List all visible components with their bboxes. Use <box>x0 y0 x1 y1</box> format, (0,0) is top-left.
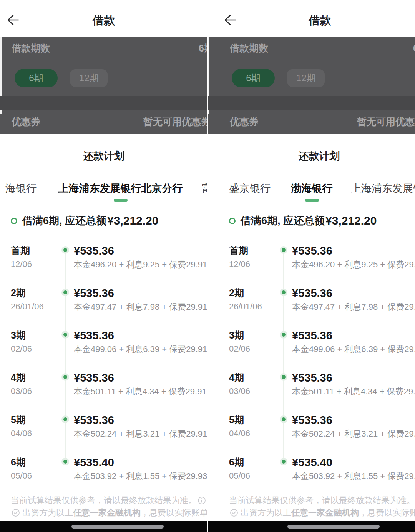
installment-amount: ¥535.36 <box>74 245 208 257</box>
app-bar: 借款 <box>0 0 208 37</box>
disclaimer-line-1: 当前试算结果仅供参考，请以最终放款结果为准。 <box>229 494 415 507</box>
disclaimer-text-2: 出资方为以上 <box>241 507 291 519</box>
bank-tab[interactable]: 盛京银行 <box>229 182 271 202</box>
term-label: 首期 <box>11 245 58 256</box>
timeline-cell <box>58 329 74 354</box>
loan-periods-value: 6期 <box>199 42 208 55</box>
info-circle-icon[interactable] <box>198 496 206 505</box>
loan-periods-label: 借款期数 <box>230 42 268 55</box>
installment-amount: ¥535.36 <box>74 287 208 299</box>
schedule-row: 3期 02/06 ¥535.36 本金499.06 + 利息6.39 + 保费2… <box>229 329 415 354</box>
term-label: 首期 <box>229 245 276 256</box>
schedule-amount-cell: ¥535.40 本金503.92 + 利息1.55 + 保费29.93 <box>292 456 415 481</box>
loan-periods-row: 借款期数 6期 <box>0 42 208 54</box>
schedule-row: 4期 03/06 ¥535.36 本金501.11 + 利息4.34 + 保费2… <box>11 372 208 397</box>
installment-amount: ¥535.40 <box>292 456 415 469</box>
schedule-row: 5期 04/06 ¥535.36 本金502.24 + 利息3.21 + 保费2… <box>11 414 208 439</box>
home-indicator[interactable] <box>287 525 380 529</box>
term-label: 4期 <box>229 372 276 383</box>
installment-breakdown: 本金496.20 + 利息9.25 + 保费29.91 <box>74 260 208 270</box>
installment-breakdown: 本金499.06 + 利息6.39 + 保费29.91 <box>74 344 208 354</box>
summary-amount: ¥3,212.20 <box>325 214 377 227</box>
due-date: 26/01/06 <box>11 302 58 312</box>
bank-tab-selected[interactable]: 渤海银行 <box>291 182 333 202</box>
installment-breakdown: 本金502.24 + 利息3.21 + 保费29.91 <box>74 429 208 439</box>
bank-tabs: 盛京银行 渤海银行 上海浦东发展银 <box>208 182 415 204</box>
schedule-term-cell: 首期 12/06 <box>229 245 276 269</box>
bank-tab[interactable]: 富 <box>202 182 208 202</box>
installment-breakdown: 本金503.92 + 利息1.55 + 保费29.93 <box>74 471 208 481</box>
card-gap <box>208 96 415 110</box>
loan-periods-label: 借款期数 <box>12 42 50 55</box>
schedule-term-cell: 2期 26/01/06 <box>11 287 58 312</box>
bank-tab[interactable]: 海银行 <box>5 182 37 202</box>
bank-tabs: 海银行 上海浦东发展银行北京分行 富 <box>0 182 208 204</box>
home-bar <box>0 521 208 532</box>
period-options: 6期 12期 <box>15 69 108 87</box>
page-title: 借款 <box>0 13 208 28</box>
coupon-status: 暂无可用优惠券 <box>143 115 208 128</box>
bank-tab-selected[interactable]: 上海浦东发展银行北京分行 <box>58 182 183 202</box>
schedule-row: 6期 05/06 ¥535.40 本金503.92 + 利息1.55 + 保费2… <box>229 456 415 481</box>
schedule-row: 3期 02/06 ¥535.36 本金499.06 + 利息6.39 + 保费2… <box>11 329 208 354</box>
due-date: 05/06 <box>11 471 58 481</box>
timeline-dot-icon <box>280 246 287 254</box>
installment-amount: ¥535.36 <box>292 287 415 299</box>
schedule-amount-cell: ¥535.36 本金502.24 + 利息3.21 + 保费29.91 <box>292 414 415 439</box>
disclaimer-line-2: 出资方为以上 任意一家金融机构 ，息费以实际账单为 <box>229 507 415 519</box>
disclaimer-text-3: ，息费以实际账单为 <box>141 507 208 519</box>
term-label: 2期 <box>229 287 276 299</box>
term-label: 4期 <box>11 372 58 383</box>
installment-breakdown: 本金499.06 + 利息6.39 + 保费29.91 <box>292 344 415 354</box>
timeline-cell <box>276 372 292 397</box>
timeline-dot-icon <box>280 373 287 381</box>
disclaimer-text-2: 出资方为以上 <box>22 507 73 519</box>
timeline-dot-icon <box>61 373 69 381</box>
due-date: 04/06 <box>229 429 276 439</box>
repayment-plan-sheet: 还款计划 盛京银行 渤海银行 上海浦东发展银 借满6期, 应还总额 ¥3,212… <box>208 134 415 521</box>
installment-amount: ¥535.36 <box>292 329 415 342</box>
installment-amount: ¥535.36 <box>74 329 208 342</box>
coupon-row[interactable]: 优惠券 暂无可用优惠券 <box>0 115 208 128</box>
term-label: 3期 <box>229 329 276 341</box>
due-date: 03/06 <box>11 386 58 396</box>
installment-breakdown: 本金501.11 + 利息4.34 + 保费29.91 <box>74 387 208 397</box>
term-label: 5期 <box>11 414 58 425</box>
installment-breakdown: 本金496.20 + 利息9.25 + 保费29.91 <box>292 260 415 270</box>
screenshot-panel-left: 借款 借款期数 6期 6期 12期 优惠券 暂无可用优惠券 还款计划 海银行 上… <box>0 0 208 532</box>
shield-check-icon <box>12 509 20 517</box>
installment-breakdown: 本金502.24 + 利息3.21 + 保费29.91 <box>292 429 415 439</box>
coupon-row[interactable]: 优惠券 暂无可用优惠券 <box>208 115 415 128</box>
installment-amount: ¥535.40 <box>74 456 208 469</box>
timeline-dot-icon <box>61 246 69 254</box>
timeline-dot-icon <box>280 415 287 423</box>
overlay-scrim[interactable]: 借款期数 6期 6期 12期 优惠券 暂无可用优惠券 <box>208 37 415 134</box>
disclaimer-line-1: 当前试算结果仅供参考，请以最终放款结果为准。 <box>11 494 208 507</box>
bank-tab[interactable]: 上海浦东发展银 <box>351 182 415 202</box>
page-title: 借款 <box>216 13 415 28</box>
coupon-label: 优惠券 <box>230 115 259 128</box>
sheet-title: 还款计划 <box>216 149 415 163</box>
disclaimer-text-3: ，息费以实际账单为 <box>359 507 415 519</box>
schedule-row: 6期 05/06 ¥535.40 本金503.92 + 利息1.55 + 保费2… <box>11 456 208 481</box>
timeline-cell <box>58 372 74 397</box>
schedule-amount-cell: ¥535.36 本金499.06 + 利息6.39 + 保费29.91 <box>74 329 208 354</box>
period-option-12[interactable]: 12期 <box>287 69 325 87</box>
timeline-cell <box>58 456 74 481</box>
repayment-schedule-list: 首期 12/06 ¥535.36 本金496.20 + 利息9.25 + 保费2… <box>0 245 208 481</box>
installment-amount: ¥535.36 <box>292 414 415 426</box>
installment-amount: ¥535.36 <box>74 414 208 426</box>
sheet-title: 还款计划 <box>0 149 208 163</box>
schedule-term-cell: 首期 12/06 <box>11 245 58 269</box>
schedule-amount-cell: ¥535.36 本金496.20 + 利息9.25 + 保费29.91 <box>292 245 415 270</box>
schedule-amount-cell: ¥535.36 本金497.47 + 利息7.98 + 保费29.91 <box>74 287 208 312</box>
home-indicator[interactable] <box>71 525 164 529</box>
period-option-12[interactable]: 12期 <box>70 69 108 87</box>
timeline-dot-icon <box>61 289 69 296</box>
period-option-6[interactable]: 6期 <box>15 69 58 87</box>
period-option-6[interactable]: 6期 <box>232 69 275 87</box>
schedule-term-cell: 3期 02/06 <box>229 329 276 354</box>
overlay-scrim[interactable]: 借款期数 6期 6期 12期 优惠券 暂无可用优惠券 <box>0 37 208 134</box>
summary-bullet-icon <box>229 218 236 224</box>
disclaimer-text-1: 当前试算结果仅供参考，请以最终放款结果为准。 <box>11 494 197 507</box>
